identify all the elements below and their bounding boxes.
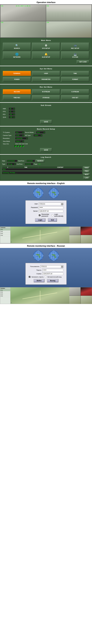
page-wrapper: Operation interface CH1 10-01-2019 11:08… [0, 0, 92, 304]
sub-fps-select[interactable]: 01051015 [9, 110, 15, 113]
thumb-3 [69, 235, 80, 243]
rec-record-button[interactable]: RECORD [3, 89, 31, 94]
sub-rbr-select[interactable]: 64128256 [9, 108, 15, 110]
rec-bottom-buttons: TIME REC STORAGE OSD SET [3, 95, 89, 100]
login-password-input-ru[interactable] [42, 269, 63, 272]
sub-roi-select[interactable]: H01H02 [9, 113, 15, 116]
get-load-button[interactable]: GET LOAD [77, 60, 89, 64]
remember-password-checkbox-ru[interactable] [29, 276, 30, 278]
basic-resolution-row: Resolution: 1024x7681920x1080 [3, 137, 89, 140]
sys-user-button[interactable]: USER [32, 71, 60, 76]
camera-cell-1[interactable]: CH1 10-01-2019 11:08:51 [0, 5, 46, 21]
map-sidebar-ch3[interactable]: CH3 [0, 232, 10, 234]
login-button[interactable]: Login [35, 218, 46, 222]
basic-camtype-select[interactable]: 970P1080P [15, 134, 24, 136]
main-menu-search[interactable]: 🔍 SEARCH [3, 43, 31, 50]
exit-button-ru[interactable]: Выход [47, 279, 58, 282]
basic-hdtype-select[interactable]: AHD2TVICVI [34, 134, 42, 136]
rec-mstream-button[interactable]: M-STREAM [32, 89, 60, 94]
map-preview-russian: Камеры CH1 CH2 CH3 CH4 © [0, 287, 92, 304]
auto-login-checkbox[interactable] [52, 214, 53, 216]
main-menu-network[interactable]: 🌐 NETWORK [3, 52, 31, 59]
login-user-label-ru: Пользователь [29, 266, 40, 267]
map-logo-ru: © [11, 302, 12, 303]
map-sidebar-ch1-ru[interactable]: CH1 [0, 289, 10, 291]
login-user-input[interactable] [39, 202, 63, 205]
basic-viewmode-select[interactable]: Mode 1Mode 2 [15, 140, 24, 142]
basic-tvsystem-select[interactable]: ALLNTSCPAL [15, 131, 24, 134]
log-first-button[interactable]: FIRST [83, 166, 90, 169]
basic-resolution-select[interactable]: 1024x7681920x1080 [15, 137, 28, 140]
basic-resolution-label: Resolution: [3, 138, 14, 139]
log-endtime-input[interactable] [25, 163, 33, 165]
main-menu-sys-setup[interactable]: ⚙ SYS SETUP [32, 43, 60, 50]
main-menu-system[interactable]: 💻 SYSTEM [61, 52, 89, 59]
log-null-row: NULL [2, 168, 82, 170]
log-last-button[interactable]: LAST [83, 176, 90, 179]
log-search-button[interactable]: SEARCH [36, 160, 45, 162]
sys-format-button[interactable]: FORMAT [61, 77, 89, 82]
auto-login-checkbox-ru[interactable] [45, 276, 46, 278]
get-load-row: GET LOAD [3, 60, 89, 64]
log-prev-button[interactable]: PREV [83, 170, 90, 172]
login-options-row: Remember password Login automatically [29, 214, 63, 217]
rec-osdset-button[interactable]: OSD SET [61, 95, 89, 100]
main-menu-alm-setup[interactable]: 🔔 ALM SETUP [32, 52, 60, 59]
login-btn-row: Login Exit [29, 218, 63, 222]
log-date-input[interactable] [7, 160, 17, 162]
camera-cell-3[interactable]: CH3 [0, 21, 46, 38]
camera-label-4: CH4 [47, 22, 49, 23]
rec-storage-button[interactable]: STORAGE [32, 95, 60, 100]
ch4-checkbox[interactable]: ✓ [22, 145, 24, 147]
login-english-dialog: User ▼ Password Server Remember pass [26, 200, 66, 224]
login-server-input[interactable] [39, 210, 63, 212]
map-sidebar-ch2[interactable]: CH2 [0, 230, 10, 232]
ch1-checkbox[interactable]: ✓ [14, 145, 16, 147]
sys-power-button[interactable]: POWER [3, 77, 31, 82]
auto-login-label-ru: Автоматический вход [48, 276, 62, 278]
rec-timerec-button[interactable]: TIME REC [3, 95, 31, 100]
login-password-label: Password [29, 206, 38, 208]
map-area-russian: © [10, 287, 69, 304]
basic-save-button[interactable]: SAVE [40, 148, 52, 152]
rec-sstream-button[interactable]: S-STREAM [61, 89, 89, 94]
sys-parameter-button[interactable]: PARAMETER [32, 77, 60, 82]
sub-save-row: SAVE [3, 120, 89, 124]
user-dropdown-arrow-ru[interactable]: ▼ [61, 265, 63, 268]
ch3-checkbox[interactable]: ✓ [20, 145, 22, 147]
login-server-row-ru: Сервер [29, 272, 63, 275]
basic-record-form: TV System: ALLNTSCPAL Record Mode: AutoM… [3, 131, 89, 147]
user-dropdown-arrow[interactable]: ▼ [61, 202, 63, 205]
login-user-input-ru[interactable] [40, 265, 63, 268]
system-label: SYSTEM [72, 56, 78, 58]
map-road-v [40, 230, 40, 240]
map-sidebar-ch4[interactable]: CH4 [0, 234, 10, 236]
camera-cell-4[interactable]: CH4 [46, 21, 92, 38]
log-type-select[interactable]: All LogSystemAlarm [7, 163, 16, 165]
sub-save-button[interactable]: SAVE [40, 120, 52, 124]
sys-terminal-button[interactable]: TERMINAL [3, 71, 31, 76]
login-button-ru[interactable]: Войти [34, 279, 44, 282]
ch2-checkbox[interactable]: ✓ [17, 145, 19, 147]
exit-button[interactable]: Exit [48, 218, 57, 222]
map-sidebar-ch3-ru[interactable]: CH3 [0, 293, 10, 295]
log-next-button[interactable]: NEXT [83, 173, 90, 176]
log-starttime-input[interactable] [26, 160, 35, 162]
sub-roi-row: ROI: H01H02 [3, 113, 89, 116]
map-sidebar-title: Cameras [0, 227, 10, 228]
remember-password-checkbox[interactable] [39, 214, 40, 216]
login-server-input-ru[interactable] [42, 272, 63, 275]
map-sidebar-ch4-ru[interactable]: CH4 [0, 295, 10, 297]
camera-cell-2[interactable]: CH2 [46, 5, 92, 21]
sub-qua-select[interactable]: CBFCBR [9, 116, 15, 118]
map-sidebar-ch2-ru[interactable]: CH2 [0, 291, 10, 293]
basic-recmode-select[interactable]: AutoManualSchedule [36, 131, 45, 134]
basic-viewchn-label: View Chn [3, 143, 14, 145]
login-user-row: User ▼ [29, 202, 63, 205]
map-sidebar-ch1[interactable]: CH1 [0, 228, 10, 230]
sys-time-button[interactable]: TIME [61, 71, 89, 76]
main-menu-rec-setup[interactable]: 📹 REC SETUP [61, 43, 89, 50]
login-user-row-ru: Пользователь ▼ [29, 265, 63, 268]
login-password-input[interactable] [39, 206, 63, 209]
main-menu-panel: Main Menu 🔍 SEARCH ⚙ SYS SETUP 📹 REC SET… [0, 38, 92, 66]
